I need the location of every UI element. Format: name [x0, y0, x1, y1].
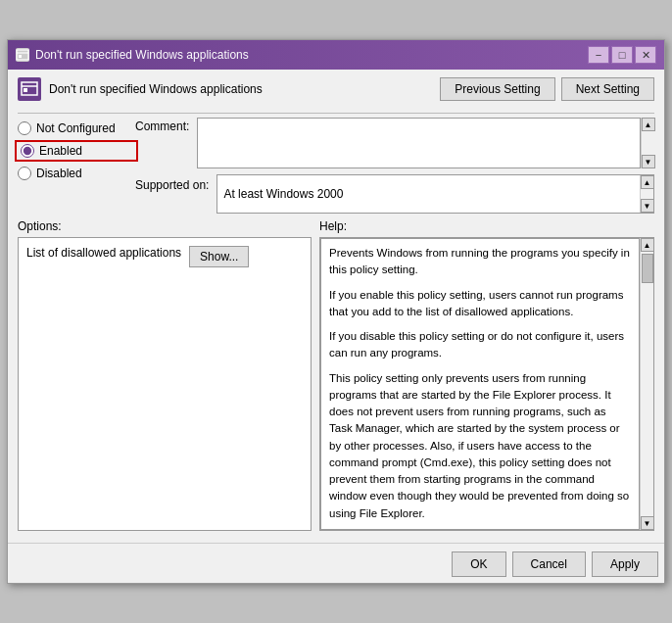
options-section-header: Options: [18, 219, 312, 233]
help-scroll-up[interactable]: ▲ [641, 238, 654, 252]
supported-value: At least Windows 2000 [223, 187, 343, 201]
not-configured-label: Not Configured [36, 121, 116, 135]
comment-row: Comment: ▲ ▼ [135, 118, 654, 168]
help-para-2: If you enable this policy setting, users… [329, 287, 631, 321]
svg-rect-2 [19, 55, 22, 58]
ok-button[interactable]: OK [452, 551, 505, 577]
header-icon [18, 77, 41, 101]
form-area: Not Configured Enabled Disabled Comment: [18, 118, 654, 214]
help-scroll-down[interactable]: ▼ [641, 516, 654, 530]
title-bar-controls: − □ ✕ [588, 46, 656, 64]
options-pane: List of disallowed applications Show... [18, 237, 312, 531]
minimize-button[interactable]: − [588, 46, 609, 64]
help-para-1: Prevents Windows from running the progra… [329, 245, 631, 279]
cancel-button[interactable]: Cancel [512, 551, 586, 577]
header-buttons: Previous Setting Next Setting [440, 77, 654, 101]
header-title: Don't run specified Windows applications [49, 82, 263, 96]
header-row: Don't run specified Windows applications… [18, 77, 654, 101]
supported-row: Supported on: At least Windows 2000 ▲ ▼ [135, 174, 654, 214]
not-configured-radio-label[interactable]: Not Configured [18, 121, 135, 135]
header-title-area: Don't run specified Windows applications [18, 77, 263, 101]
disabled-radio[interactable] [18, 167, 31, 180]
supported-scroll-up[interactable]: ▲ [641, 175, 654, 189]
comment-scrollbar: ▲ ▼ [641, 118, 654, 168]
two-col-area: List of disallowed applications Show... … [18, 237, 654, 531]
radio-group: Not Configured Enabled Disabled [18, 118, 135, 214]
supported-scroll-down[interactable]: ▼ [641, 199, 654, 213]
help-scrollbar: ▲ ▼ [640, 238, 653, 530]
apply-button[interactable]: Apply [592, 551, 658, 577]
enabled-radio-label[interactable]: Enabled [18, 143, 135, 159]
right-panel: Comment: ▲ ▼ Supported on: At least Wind… [135, 118, 654, 214]
maximize-button[interactable]: □ [611, 46, 633, 64]
supported-scrollbar: ▲ ▼ [640, 175, 653, 213]
comment-textarea[interactable] [197, 118, 641, 168]
prev-setting-button[interactable]: Previous Setting [440, 77, 554, 101]
help-para-3: If you disable this policy setting or do… [329, 328, 631, 362]
help-para-4: This policy setting only prevents users … [329, 370, 631, 522]
title-bar-left: Don't run specified Windows applications [16, 48, 249, 62]
comment-scroll-up[interactable]: ▲ [642, 118, 655, 131]
dialog-content: Don't run specified Windows applications… [8, 70, 664, 539]
show-button[interactable]: Show... [189, 246, 249, 267]
top-separator [18, 113, 654, 114]
disabled-label: Disabled [36, 167, 82, 180]
svg-rect-0 [17, 50, 28, 60]
help-pane: Prevents Windows from running the progra… [320, 238, 640, 530]
comment-label: Comment: [135, 118, 189, 133]
disabled-radio-label[interactable]: Disabled [18, 167, 135, 180]
comment-wrapper: ▲ ▼ [197, 118, 654, 168]
section-headers: Options: Help: [18, 219, 654, 233]
main-window: Don't run specified Windows applications… [7, 39, 665, 584]
help-scroll-thumb[interactable] [642, 254, 653, 283]
next-setting-button[interactable]: Next Setting [561, 77, 654, 101]
enabled-radio[interactable] [21, 144, 34, 158]
not-configured-radio[interactable] [18, 121, 31, 135]
bottom-row: OK Cancel Apply [8, 543, 664, 583]
enabled-label: Enabled [39, 144, 82, 158]
comment-scroll-down[interactable]: ▼ [642, 155, 655, 168]
help-section-header: Help: [312, 219, 654, 233]
window-icon [16, 48, 29, 62]
window-title: Don't run specified Windows applications [35, 48, 249, 62]
options-list-label: List of disallowed applications [26, 246, 181, 260]
svg-rect-5 [24, 88, 27, 92]
title-bar: Don't run specified Windows applications… [8, 40, 664, 70]
close-button[interactable]: ✕ [635, 46, 656, 64]
supported-label: Supported on: [135, 174, 209, 192]
